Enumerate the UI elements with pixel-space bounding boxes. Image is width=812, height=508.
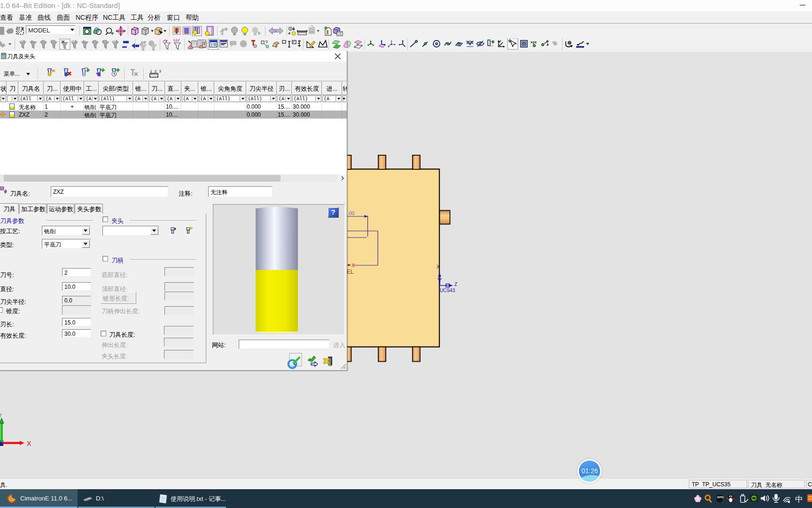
svg-text:Y: Y [0, 412, 2, 420]
svg-text:X: X [27, 440, 31, 447]
svg-text:xyz: xyz [531, 40, 537, 44]
svg-text:EPIC: EPIC [718, 496, 725, 499]
svg-text:X: X [437, 264, 440, 270]
svg-text:Z: Z [454, 282, 457, 287]
svg-text:中: 中 [795, 495, 803, 504]
svg-text:X: X [351, 262, 355, 268]
svg-text:EL: EL [347, 269, 354, 275]
svg-text:1 2 3: 1 2 3 [150, 69, 161, 73]
svg-text:UCS43: UCS43 [440, 288, 455, 293]
